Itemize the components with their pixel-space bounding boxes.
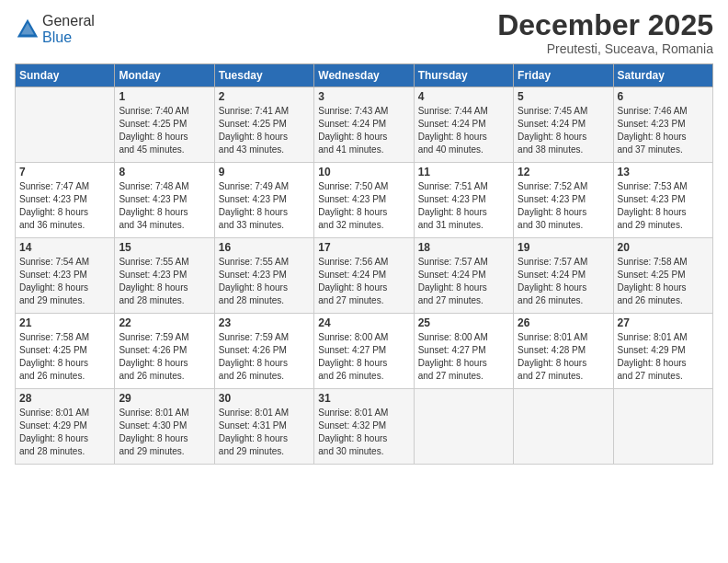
cell-info: Sunrise: 7:55 AM Sunset: 4:23 PM Dayligh… [119,256,210,307]
cell-info: Sunrise: 8:01 AM Sunset: 4:28 PM Dayligh… [518,331,609,383]
calendar-cell: 26Sunrise: 8:01 AM Sunset: 4:28 PM Dayli… [514,314,613,389]
calendar-cell: 12Sunrise: 7:52 AM Sunset: 4:23 PM Dayli… [514,163,613,238]
calendar-cell: 6Sunrise: 7:46 AM Sunset: 4:23 PM Daylig… [613,87,712,163]
calendar-cell: 19Sunrise: 7:57 AM Sunset: 4:24 PM Dayli… [514,238,613,314]
day-number: 25 [418,316,509,329]
day-number: 20 [618,241,709,254]
day-header-monday: Monday [115,64,214,87]
day-number: 5 [518,90,609,103]
day-number: 4 [418,90,509,103]
cell-info: Sunrise: 7:43 AM Sunset: 4:24 PM Dayligh… [318,105,409,156]
calendar-cell: 27Sunrise: 8:01 AM Sunset: 4:29 PM Dayli… [613,314,712,389]
day-number: 1 [119,90,210,103]
logo-general-text: General [42,13,95,29]
calendar-cell: 1Sunrise: 7:40 AM Sunset: 4:25 PM Daylig… [115,87,214,163]
cell-info: Sunrise: 8:00 AM Sunset: 4:27 PM Dayligh… [418,331,509,383]
cell-info: Sunrise: 8:01 AM Sunset: 4:32 PM Dayligh… [318,407,409,458]
day-number: 13 [618,166,709,178]
calendar-cell [414,389,513,465]
cell-info: Sunrise: 8:01 AM Sunset: 4:31 PM Dayligh… [219,407,310,458]
day-number: 17 [318,241,409,254]
day-number: 2 [219,90,310,103]
cell-info: Sunrise: 7:48 AM Sunset: 4:23 PM Dayligh… [119,180,210,232]
cell-info: Sunrise: 7:40 AM Sunset: 4:25 PM Dayligh… [119,105,210,156]
day-header-sunday: Sunday [16,64,115,87]
cell-info: Sunrise: 8:01 AM Sunset: 4:29 PM Dayligh… [618,331,709,383]
cell-info: Sunrise: 8:01 AM Sunset: 4:29 PM Dayligh… [19,407,110,458]
day-number: 28 [19,392,110,405]
week-row-3: 21Sunrise: 7:58 AM Sunset: 4:25 PM Dayli… [16,314,713,389]
calendar-cell [16,87,115,163]
calendar-cell: 31Sunrise: 8:01 AM Sunset: 4:32 PM Dayli… [314,389,414,465]
calendar-cell: 24Sunrise: 8:00 AM Sunset: 4:27 PM Dayli… [314,314,414,389]
cell-info: Sunrise: 7:59 AM Sunset: 4:26 PM Dayligh… [119,331,210,383]
calendar-cell: 28Sunrise: 8:01 AM Sunset: 4:29 PM Dayli… [16,389,115,465]
calendar-cell: 22Sunrise: 7:59 AM Sunset: 4:26 PM Dayli… [115,314,214,389]
calendar-cell: 7Sunrise: 7:47 AM Sunset: 4:23 PM Daylig… [16,163,115,238]
day-number: 3 [318,90,409,103]
day-number: 7 [19,166,110,178]
cell-info: Sunrise: 7:54 AM Sunset: 4:23 PM Dayligh… [19,256,110,307]
cell-info: Sunrise: 7:55 AM Sunset: 4:23 PM Dayligh… [219,256,310,307]
cell-info: Sunrise: 7:58 AM Sunset: 4:25 PM Dayligh… [618,256,709,307]
logo: General Blue [15,13,95,46]
calendar-cell: 10Sunrise: 7:50 AM Sunset: 4:23 PM Dayli… [314,163,414,238]
day-header-wednesday: Wednesday [314,64,414,87]
calendar-cell: 11Sunrise: 7:51 AM Sunset: 4:23 PM Dayli… [414,163,513,238]
day-number: 14 [19,241,110,254]
calendar-cell: 20Sunrise: 7:58 AM Sunset: 4:25 PM Dayli… [613,238,712,314]
calendar-cell: 18Sunrise: 7:57 AM Sunset: 4:24 PM Dayli… [414,238,513,314]
calendar-cell: 2Sunrise: 7:41 AM Sunset: 4:25 PM Daylig… [214,87,313,163]
day-number: 30 [219,392,310,405]
calendar-cell [613,389,712,465]
day-number: 10 [318,166,409,178]
cell-info: Sunrise: 7:45 AM Sunset: 4:24 PM Dayligh… [518,105,609,156]
cell-info: Sunrise: 7:51 AM Sunset: 4:23 PM Dayligh… [418,180,509,232]
cell-info: Sunrise: 7:41 AM Sunset: 4:25 PM Dayligh… [219,105,310,156]
cell-info: Sunrise: 7:56 AM Sunset: 4:24 PM Dayligh… [318,256,409,307]
calendar-body: 1Sunrise: 7:40 AM Sunset: 4:25 PM Daylig… [16,87,713,465]
day-number: 16 [219,241,310,254]
day-number: 29 [119,392,210,405]
calendar-cell: 9Sunrise: 7:49 AM Sunset: 4:23 PM Daylig… [214,163,313,238]
day-number: 21 [19,316,110,329]
week-row-0: 1Sunrise: 7:40 AM Sunset: 4:25 PM Daylig… [16,87,713,163]
calendar-cell: 25Sunrise: 8:00 AM Sunset: 4:27 PM Dayli… [414,314,513,389]
day-number: 27 [618,316,709,329]
calendar-cell: 4Sunrise: 7:44 AM Sunset: 4:24 PM Daylig… [414,87,513,163]
cell-info: Sunrise: 7:46 AM Sunset: 4:23 PM Dayligh… [618,105,709,156]
header: General Blue December 2025 Preutesti, Su… [15,9,713,56]
calendar-cell: 5Sunrise: 7:45 AM Sunset: 4:24 PM Daylig… [514,87,613,163]
calendar-cell: 8Sunrise: 7:48 AM Sunset: 4:23 PM Daylig… [115,163,214,238]
cell-info: Sunrise: 7:57 AM Sunset: 4:24 PM Dayligh… [418,256,509,307]
calendar-cell: 17Sunrise: 7:56 AM Sunset: 4:24 PM Dayli… [314,238,414,314]
month-title: December 2025 [497,9,713,41]
days-header-row: SundayMondayTuesdayWednesdayThursdayFrid… [16,64,713,87]
day-number: 15 [119,241,210,254]
calendar-cell: 13Sunrise: 7:53 AM Sunset: 4:23 PM Dayli… [613,163,712,238]
calendar-cell: 14Sunrise: 7:54 AM Sunset: 4:23 PM Dayli… [16,238,115,314]
calendar-cell: 30Sunrise: 8:01 AM Sunset: 4:31 PM Dayli… [214,389,313,465]
cell-info: Sunrise: 7:52 AM Sunset: 4:23 PM Dayligh… [518,180,609,232]
cell-info: Sunrise: 7:44 AM Sunset: 4:24 PM Dayligh… [418,105,509,156]
cell-info: Sunrise: 8:01 AM Sunset: 4:30 PM Dayligh… [119,407,210,458]
calendar-cell: 3Sunrise: 7:43 AM Sunset: 4:24 PM Daylig… [314,87,414,163]
day-number: 9 [219,166,310,178]
calendar-cell [514,389,613,465]
subtitle: Preutesti, Suceava, Romania [497,41,713,56]
day-number: 11 [418,166,509,178]
cell-info: Sunrise: 7:47 AM Sunset: 4:23 PM Dayligh… [19,180,110,232]
title-block: December 2025 Preutesti, Suceava, Romani… [497,9,713,56]
logo-blue-text: Blue [42,29,72,45]
cell-info: Sunrise: 7:53 AM Sunset: 4:23 PM Dayligh… [618,180,709,232]
cell-info: Sunrise: 7:49 AM Sunset: 4:23 PM Dayligh… [219,180,310,232]
calendar-header: SundayMondayTuesdayWednesdayThursdayFrid… [16,64,713,87]
day-number: 6 [618,90,709,103]
calendar-table: SundayMondayTuesdayWednesdayThursdayFrid… [15,63,713,465]
logo-icon [15,17,40,42]
day-number: 22 [119,316,210,329]
calendar-cell: 15Sunrise: 7:55 AM Sunset: 4:23 PM Dayli… [115,238,214,314]
day-number: 12 [518,166,609,178]
day-header-saturday: Saturday [613,64,712,87]
week-row-2: 14Sunrise: 7:54 AM Sunset: 4:23 PM Dayli… [16,238,713,314]
